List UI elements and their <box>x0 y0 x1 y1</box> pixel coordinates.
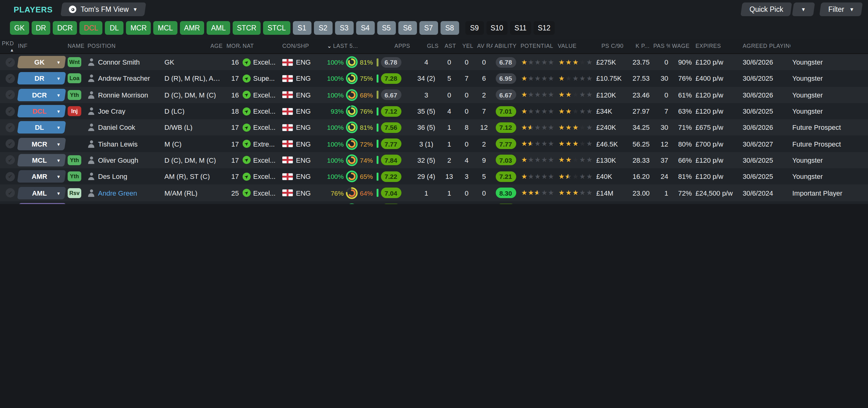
table-row[interactable]: ✔ AML▼ Rsv Andre Green M/AM (RL) 25 ➤Exc… <box>0 185 868 201</box>
column-header-name[interactable]: NAME <box>66 43 86 49</box>
position-filter-stcr[interactable]: STCR <box>232 21 261 35</box>
column-header-ability[interactable]: ABILITY <box>493 43 519 49</box>
sharpness-value: 75% <box>360 75 373 82</box>
pkd-badge-dropdown[interactable]: AML▼ <box>17 186 66 199</box>
player-name-link[interactable]: Connor Smith <box>98 58 140 66</box>
pkd-badge-dropdown[interactable]: DCR▼ <box>17 88 66 101</box>
position-filter-s9[interactable]: S9 <box>465 21 484 35</box>
player-name-link[interactable]: Andrew Treacher <box>98 75 150 82</box>
info-badge: Inj <box>68 106 81 116</box>
pkd-label: DCL <box>22 108 57 115</box>
table-row[interactable]: ✔ AMR▼ Yth Des Long AM (R), ST (C) 17 ➤E… <box>0 168 868 185</box>
column-header-value[interactable]: VALUE <box>556 43 594 49</box>
position-filter-amr[interactable]: AMR <box>180 21 204 35</box>
row-checkbox[interactable]: ✔ <box>6 172 15 181</box>
column-header-pas-[interactable]: PAS % <box>651 43 670 49</box>
position-filter-s5[interactable]: S5 <box>377 21 396 35</box>
goals-cell: 1 <box>440 124 458 132</box>
pkd-badge-dropdown[interactable]: DR▼ <box>17 72 66 85</box>
position-filter-s8[interactable]: S8 <box>440 21 459 35</box>
morale-cell: Excel... <box>253 108 276 115</box>
column-header-inf[interactable]: INF <box>16 43 66 49</box>
table-row[interactable]: ✔ MCL▼ Yth Oliver Gough D (C), DM, M (C)… <box>0 152 868 169</box>
column-header-gls[interactable]: GLS <box>412 43 440 49</box>
column-header-wage[interactable]: WAGE <box>670 43 694 49</box>
pkd-badge-dropdown[interactable]: DL▼ <box>17 121 66 134</box>
player-name-link[interactable]: Tishan Lewis <box>98 140 138 147</box>
pkd-badge-dropdown[interactable]: MCR▼ <box>17 138 66 150</box>
position-filter-dcl[interactable]: DCL <box>80 21 102 35</box>
column-header-ast[interactable]: AST <box>440 43 458 49</box>
column-header-position[interactable]: POSITION <box>86 43 162 49</box>
row-checkbox[interactable]: ✔ <box>6 57 15 67</box>
column-header-apps[interactable]: APPS <box>375 43 412 49</box>
quick-pick-button[interactable]: Quick Pick <box>741 2 792 16</box>
position-filter-dr[interactable]: DR <box>31 21 50 35</box>
row-checkbox[interactable]: ✔ <box>6 188 15 198</box>
player-name-link[interactable]: Oliver Gough <box>98 156 138 164</box>
row-checkbox[interactable]: ✔ <box>6 155 15 165</box>
player-avatar-icon <box>88 91 95 98</box>
player-name-link[interactable]: Andre Green <box>98 189 137 197</box>
position-filter-dcr[interactable]: DCR <box>53 21 77 35</box>
column-header-expires[interactable]: EXPIRES <box>694 43 741 49</box>
sharpness-value: 81% <box>360 124 373 132</box>
position-filter-s2[interactable]: S2 <box>314 21 332 35</box>
filter-button[interactable]: Filter ▼ <box>819 2 863 16</box>
position-filter-mcr[interactable]: MCR <box>126 21 151 35</box>
position-filter-s1[interactable]: S1 <box>292 21 311 35</box>
table-row[interactable]: ✔ DCR▼ Yth Ronnie Morrison D (C), DM, M … <box>0 87 868 103</box>
column-header-nat[interactable]: NAT <box>241 43 280 49</box>
position-filter-s4[interactable]: S4 <box>356 21 374 35</box>
row-checkbox[interactable]: ✔ <box>6 74 15 83</box>
position-filter-s3[interactable]: S3 <box>335 21 353 35</box>
position-filter-dl[interactable]: DL <box>105 21 123 35</box>
player-name-link[interactable]: Ronnie Morrison <box>98 91 148 98</box>
pkd-badge-dropdown[interactable]: STCR▼ <box>17 203 66 204</box>
column-header-av-rat[interactable]: AV RAT <box>475 43 493 49</box>
position-filter-s10[interactable]: S10 <box>486 21 507 35</box>
row-checkbox[interactable]: ✔ <box>6 139 15 148</box>
pkd-badge-dropdown[interactable]: AMR▼ <box>17 170 66 182</box>
column-header-agreed-playing-timi[interactable]: AGREED PLAYING TIMI <box>741 43 790 49</box>
player-name-link[interactable]: Des Long <box>98 173 127 180</box>
column-header-potential[interactable]: POTENTIAL <box>519 43 556 49</box>
row-checkbox[interactable]: ✔ <box>6 107 15 116</box>
column-header-ps-c-90[interactable]: PS C/90 <box>594 43 625 49</box>
quick-pick-dropdown[interactable]: ▼ <box>792 2 815 16</box>
pkd-badge-dropdown[interactable]: GK▼ <box>17 56 66 68</box>
view-selector[interactable]: Tom's FM View ▼ <box>61 2 147 16</box>
column-header-con-shp[interactable]: CON/SHP <box>280 43 325 49</box>
row-checkbox[interactable]: ✔ <box>6 90 15 99</box>
assists-cell: 0 <box>458 108 475 115</box>
position-filter-stcl[interactable]: STCL <box>263 21 290 35</box>
position-filter-s11[interactable]: S11 <box>510 21 531 35</box>
player-name-link[interactable]: Daniel Cook <box>98 124 135 132</box>
column-header-pkd[interactable]: PKD▲ <box>0 40 16 52</box>
position-filter-s6[interactable]: S6 <box>398 21 416 35</box>
condition-value: 100% <box>327 156 344 164</box>
position-filter-s12[interactable]: S12 <box>533 21 555 35</box>
age-cell: 16 <box>225 58 241 66</box>
table-row[interactable]: ✔ GK▼ Wnt Connor Smith GK 16 ➤Excel... E… <box>0 54 868 70</box>
avg-rating-badge: 6.67 <box>495 89 516 100</box>
column-header-last-5-[interactable]: ⌄LAST 5... <box>325 43 375 49</box>
table-row[interactable]: ✔ DL▼ Daniel Cook D/WB (L) 17 ➤Excel... … <box>0 119 868 136</box>
table-row[interactable]: ✔ STCR▼ Yth Petr Kubr AM (R), ST (C) 16 … <box>0 201 868 204</box>
row-checkbox[interactable]: ✔ <box>6 123 15 132</box>
position-filter-gk[interactable]: GK <box>10 21 29 35</box>
position-filter-mcl[interactable]: MCL <box>154 21 178 35</box>
pkd-badge-dropdown[interactable]: DCL▼ <box>17 105 66 117</box>
player-name-link[interactable]: Joe Cray <box>98 108 125 115</box>
position-filter-aml[interactable]: AML <box>207 21 230 35</box>
position-filter-s7[interactable]: S7 <box>419 21 438 35</box>
column-header-yel[interactable]: YEL <box>458 43 475 49</box>
table-row[interactable]: ✔ DCL▼ Inj Joe Cray D (LC) 18 ➤Excel... … <box>0 103 868 120</box>
column-header-k-p-[interactable]: K P... <box>625 43 651 49</box>
morale-icon: ➤ <box>241 156 252 164</box>
column-header-morale[interactable]: MORALE <box>225 43 241 49</box>
pkd-badge-dropdown[interactable]: MCL▼ <box>17 154 66 167</box>
table-row[interactable]: ✔ MCR▼ Tishan Lewis M (C) 17 ➤Extre... E… <box>0 136 868 152</box>
table-row[interactable]: ✔ DR▼ Loa Andrew Treacher D (R), M (RL),… <box>0 70 868 87</box>
column-header-age[interactable]: AGE <box>162 43 225 49</box>
